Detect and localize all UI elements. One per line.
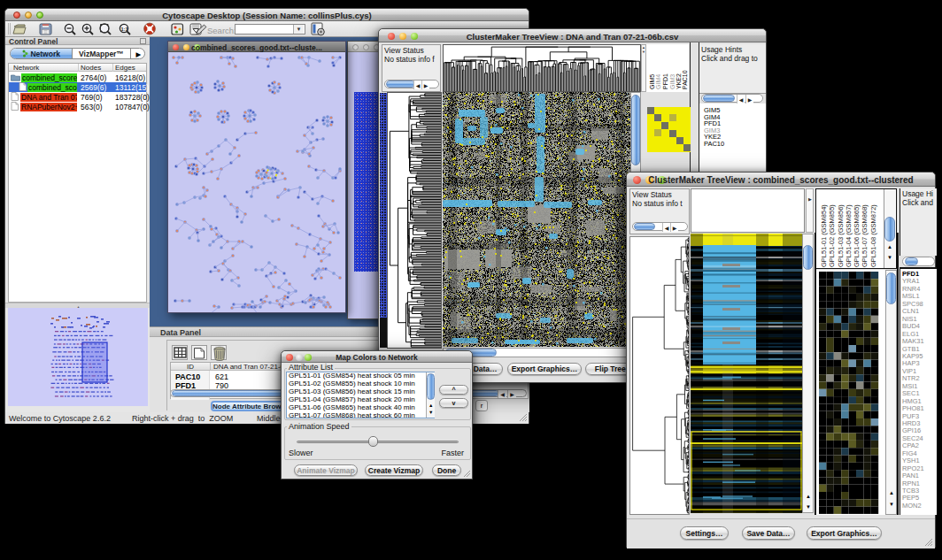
svg-text:1:1: 1:1 bbox=[121, 27, 128, 32]
